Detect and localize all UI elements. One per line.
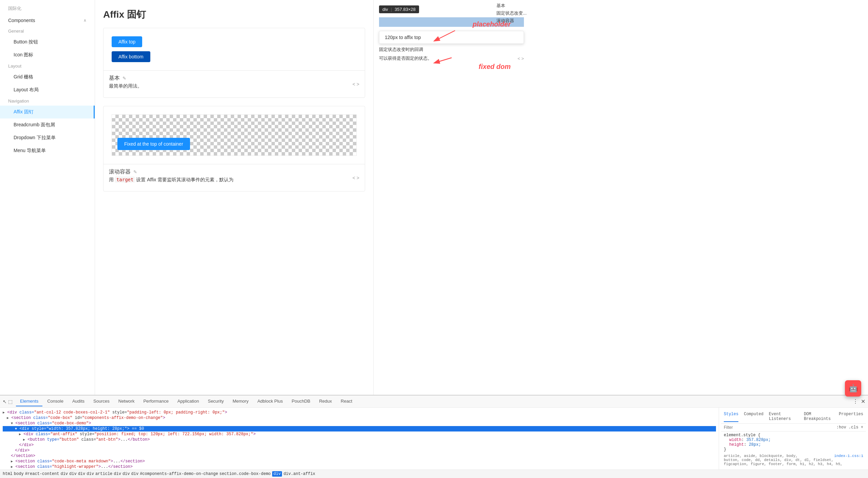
breadcrumb-div-5[interactable]: div <box>114 472 121 476</box>
right-menu-item-scroll[interactable]: 滚动容器 <box>496 18 527 24</box>
dom-line-1[interactable]: ▶ <div class="ant-col-12 code-boxes-col-… <box>3 410 716 415</box>
devtools-panel: ↖ ⬚ Elements Console Audits Sources Netw… <box>0 395 868 470</box>
sidebar-item-dropdown[interactable]: Dropdown 下拉菜单 <box>0 131 95 144</box>
sidebar-item-layout[interactable]: Layout 布局 <box>0 84 95 96</box>
section-edit-icon[interactable]: ✎ <box>122 76 126 81</box>
dom-line-highlighted[interactable]: ▼ <div style="width: 357.828px; height: … <box>3 426 716 431</box>
main-content: Affix 固钉 Affix top Affix bottom 基本 ✎ 最简单… <box>95 0 868 395</box>
right-panel: 基本 固定状态改变... 滚动容器 div | 357.83×28 120px … <box>373 0 529 395</box>
demo-footer-actions-scroll: < > <box>353 175 359 181</box>
dom-line-9[interactable]: </section> <box>3 453 716 459</box>
styles-tab-dom-breakpoints[interactable]: DOM Breakpoints <box>804 411 833 422</box>
float-chat-button[interactable]: 🤖 <box>845 380 861 397</box>
prop-name-height: height <box>729 442 744 447</box>
sidebar-item-label: Button 按钮 <box>14 39 38 45</box>
styles-tab-properties[interactable]: Properties <box>839 411 863 422</box>
devtools-tab-more: ⋮ ✕ <box>853 398 865 405</box>
checkerboard-container: Fixed at the top of container <box>112 114 357 156</box>
breadcrumb-code-box-demo[interactable]: section.code-box-demo <box>220 472 271 476</box>
breadcrumb-ant-affix[interactable]: div.ant-affix <box>283 472 315 476</box>
cursor-icon[interactable]: ↖ <box>3 399 7 404</box>
style-text-selectors: article, aside, blockquote, body, index-… <box>721 453 866 467</box>
styles-tab-styles[interactable]: Styles <box>724 411 738 422</box>
breadcrumb-div-2[interactable]: div <box>69 472 77 476</box>
tab-adblock[interactable]: Adblock Plus <box>253 397 287 406</box>
fixed-at-top-button[interactable]: Fixed at the top of container <box>117 138 190 150</box>
dom-style: style="padding-left: 0px; padding-right:… <box>110 410 225 415</box>
tab-security[interactable]: Security <box>204 397 228 406</box>
breadcrumb-body[interactable]: body <box>14 472 24 476</box>
affix-bottom-button[interactable]: Affix bottom <box>112 51 150 62</box>
section-title-text: 滚动容器 <box>109 168 131 176</box>
devtools-body: ▶ <div class="ant-col-12 code-boxes-col-… <box>0 408 868 470</box>
tab-sources[interactable]: Sources <box>89 397 114 406</box>
breadcrumb-article[interactable]: article <box>95 472 112 476</box>
tab-audits[interactable]: Audits <box>68 397 89 406</box>
right-menu-item-basic[interactable]: 基本 <box>496 3 527 9</box>
tab-performance[interactable]: Performance <box>139 397 172 406</box>
breadcrumb-html[interactable]: html <box>3 472 13 476</box>
chinese-desc-line1: 固定状态改变时的回调 <box>379 47 524 53</box>
sidebar-item-button[interactable]: Button 按钮 <box>0 36 95 49</box>
devtools-close-icon[interactable]: ✕ <box>861 398 865 405</box>
breadcrumb-div-1[interactable]: div <box>60 472 68 476</box>
dom-line-3[interactable]: ▼ <section class="code-box-demo"> <box>3 421 716 426</box>
tab-elements[interactable]: Elements <box>16 397 42 406</box>
dom-line-5[interactable]: ▶ <div class="ant-affix" style="position… <box>3 431 716 437</box>
right-menu: 基本 固定状态改变... 滚动容器 <box>496 3 527 25</box>
breadcrumb-div-7[interactable]: div <box>131 472 139 476</box>
tab-network[interactable]: Network <box>114 397 139 406</box>
breadcrumb-div-3[interactable]: div <box>78 472 86 476</box>
dom-line-2[interactable]: ▶ <section class="code-box" id="componen… <box>3 415 716 421</box>
styles-filter-input[interactable] <box>724 425 836 430</box>
styles-tab-event-listeners[interactable]: Event Listeners <box>769 411 798 422</box>
right-panel-angles[interactable]: < > <box>517 56 524 61</box>
sidebar-item-label: Grid 栅格 <box>14 74 33 80</box>
style-link[interactable]: index-1.css:1 <box>834 454 863 458</box>
prop-name-width: width <box>729 438 741 442</box>
demo-footer-scroll: 滚动容器 ✎ 用 target 设置 Affix 需要监听其滚动事件的元素，默认… <box>103 164 365 191</box>
styles-panel: Styles Computed Event Listeners DOM Brea… <box>719 408 868 470</box>
prop-value-height: 28px; <box>749 442 761 447</box>
breadcrumb-react-content[interactable]: #react-content <box>25 472 59 476</box>
sidebar-item-breadcrumb[interactable]: Breadcrumb 面包屑 <box>0 118 95 131</box>
right-menu-item-change[interactable]: 固定状态改变... <box>496 10 527 16</box>
breadcrumb-affix-demo[interactable]: #components-affix-demo-on-change <box>140 472 218 476</box>
sidebar-item-label: Layout 布局 <box>14 87 39 93</box>
sidebar-section-navigation: Navigation <box>0 96 95 106</box>
demo-footer-actions: < > <box>353 81 359 87</box>
tab-react[interactable]: React <box>337 397 356 406</box>
dom-line-11[interactable]: ▶ <section class="highlight-wrapper">...… <box>3 464 716 470</box>
tab-redux[interactable]: Redux <box>315 397 336 406</box>
sidebar-item-grid[interactable]: Grid 栅格 <box>0 71 95 84</box>
sidebar-item-label: Affix 固钉 <box>14 109 34 115</box>
tab-console[interactable]: Console <box>43 397 68 406</box>
breadcrumb-div-6[interactable]: div <box>122 472 130 476</box>
tab-pouchdb[interactable]: PouchDB <box>288 397 315 406</box>
affix-popup-text: 120px to affix top <box>385 35 421 40</box>
dom-line-6[interactable]: ▶ <button type="button" class="ant-btn">… <box>3 437 716 442</box>
inspect-icon[interactable]: ⬚ <box>8 399 13 404</box>
code-toggle-basic[interactable]: < > <box>353 81 359 87</box>
sidebar-item-icon[interactable]: Icon 图标 <box>0 49 95 61</box>
dom-line-8[interactable]: </div> <box>3 448 716 453</box>
breadcrumb-div-4[interactable]: div <box>87 472 94 476</box>
code-toggle-scroll[interactable]: < > <box>353 175 359 181</box>
section-edit-icon-scroll[interactable]: ✎ <box>133 169 137 174</box>
chinese-desc-line2: 可以获得是否固定的状态。 < > <box>379 55 524 61</box>
sidebar-item-menu[interactable]: Menu 导航菜单 <box>0 144 95 157</box>
section-title-scroll: 滚动容器 ✎ <box>109 168 233 176</box>
dom-line-7[interactable]: </div> <box>3 442 716 448</box>
tab-application[interactable]: Application <box>173 397 203 406</box>
styles-tab-computed[interactable]: Computed <box>744 411 763 422</box>
sidebar-item-label: Breadcrumb 面包屑 <box>14 122 55 128</box>
sidebar-item-affix[interactable]: Affix 固钉 <box>0 106 95 118</box>
devtools-more-icon[interactable]: ⋮ <box>853 398 858 405</box>
affix-top-button[interactable]: Affix top <box>112 36 142 47</box>
tab-memory[interactable]: Memory <box>228 397 252 406</box>
sidebar-category-components[interactable]: Components ∧ <box>0 14 95 26</box>
styles-filter-right[interactable]: :hov .cls + <box>836 425 863 430</box>
dom-line-10[interactable]: ▶ <section class="code-box-meta markdown… <box>3 459 716 464</box>
scroll-section-container: 滚动容器 ✎ 用 target 设置 Affix 需要监听其滚动事件的元素，默认… <box>109 168 233 187</box>
breadcrumb-div-active[interactable]: div <box>272 471 282 477</box>
